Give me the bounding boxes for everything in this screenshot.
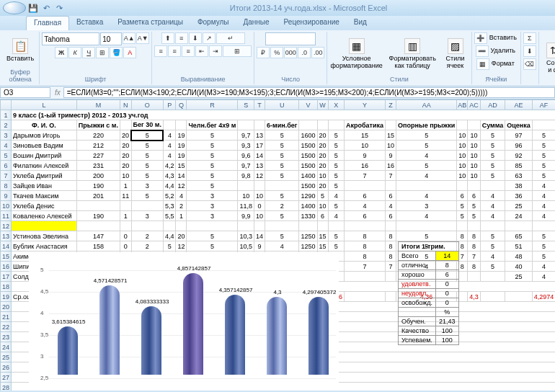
cell[interactable] [386, 221, 396, 231]
cell[interactable]: 7 [345, 171, 386, 181]
cell[interactable]: 10 [468, 141, 481, 151]
cell[interactable]: 10 [386, 141, 396, 151]
cell[interactable]: 4 [480, 211, 505, 221]
cell[interactable] [505, 221, 532, 231]
cell[interactable]: 5 [328, 161, 345, 171]
cell[interactable] [345, 181, 386, 191]
cell[interactable]: 7 [345, 262, 386, 272]
cell[interactable]: 9,3 [238, 141, 254, 151]
align-right[interactable]: ≡ [182, 45, 195, 57]
cell[interactable] [265, 221, 299, 231]
cell[interactable]: 4 [480, 191, 505, 201]
cell[interactable]: 227 [76, 151, 120, 161]
cell[interactable]: 4 [163, 130, 176, 141]
cell[interactable]: 10 [238, 191, 254, 201]
cell[interactable] [345, 221, 386, 231]
cell[interactable]: 1 [120, 211, 132, 221]
cell[interactable]: 5 [187, 181, 238, 191]
cell[interactable]: 8 [345, 231, 386, 241]
cell[interactable]: 20 [317, 141, 328, 151]
cell[interactable]: 4 [532, 211, 555, 221]
cell[interactable]: 5 [328, 130, 345, 141]
cell[interactable]: 4 [386, 201, 396, 211]
cell[interactable]: 10,5 [238, 241, 254, 251]
cell[interactable]: 5 [532, 151, 555, 161]
cell[interactable]: 1 [176, 211, 187, 221]
tab-insert[interactable]: Вставка [69, 16, 110, 30]
cell[interactable]: 8 [386, 251, 396, 262]
cell[interactable]: 5 [265, 171, 299, 181]
student-name[interactable]: Дарымов Игорь [12, 130, 77, 141]
cell[interactable]: 4,4 [163, 231, 176, 241]
cell[interactable]: 14 [254, 231, 265, 241]
cell[interactable]: 200 [76, 171, 120, 181]
border-button[interactable]: ⊞ [96, 47, 109, 58]
tab-view[interactable]: Вид [347, 16, 374, 30]
cell[interactable]: 9,6 [238, 151, 254, 161]
cell[interactable]: 2 [131, 241, 163, 251]
cell[interactable]: 1250 [299, 241, 317, 251]
cell[interactable]: 36 [505, 191, 532, 201]
cell[interactable]: 5 [480, 151, 505, 161]
underline-button[interactable]: Ч [82, 47, 95, 58]
cell[interactable]: 5 [317, 191, 328, 201]
cell[interactable]: 8 [468, 262, 481, 272]
cell[interactable] [131, 201, 163, 211]
cell[interactable]: 4 [532, 272, 555, 282]
cell[interactable]: 8 [468, 231, 481, 241]
cell[interactable]: 8 [345, 251, 386, 262]
cell[interactable]: 1500 [299, 141, 317, 151]
cell[interactable]: 4 [396, 151, 457, 161]
cell[interactable]: 63 [505, 171, 532, 181]
bold-button[interactable]: Ж [55, 47, 68, 58]
cell[interactable]: 96 [505, 141, 532, 151]
cell[interactable]: 10 [457, 151, 468, 161]
cell[interactable]: 8 [386, 231, 396, 241]
cell[interactable]: 19 [176, 130, 187, 141]
cell[interactable]: 4 [328, 211, 345, 221]
cell[interactable]: 9 [386, 151, 396, 161]
cell[interactable]: 4,2 [163, 161, 176, 171]
cell[interactable]: 1400 [299, 171, 317, 181]
chart-bar[interactable] [99, 285, 120, 375]
cell[interactable]: 4 [396, 171, 457, 181]
number-format[interactable] [265, 32, 316, 45]
fx-icon[interactable]: fx [52, 89, 63, 97]
cell[interactable] [386, 181, 396, 191]
cell[interactable]: 5,2 [163, 191, 176, 201]
cell[interactable]: 65 [505, 231, 532, 241]
delete-button[interactable]: ➖ [476, 45, 489, 57]
cell[interactable] [238, 221, 254, 231]
office-button[interactable] [3, 1, 26, 14]
cell[interactable]: 1250 [299, 231, 317, 241]
undo-icon[interactable]: ↶ [40, 2, 52, 14]
cell[interactable]: 5 [480, 241, 505, 251]
cell[interactable]: 92 [505, 151, 532, 161]
cell[interactable]: 10 [457, 161, 468, 171]
currency-button[interactable]: ₽ [257, 47, 270, 58]
cell[interactable]: 5 [265, 161, 299, 171]
cell[interactable] [254, 221, 265, 231]
cell[interactable] [396, 221, 457, 231]
cell[interactable]: 48 [505, 251, 532, 262]
cell[interactable]: 85 [505, 161, 532, 171]
cell[interactable]: 10 [120, 171, 132, 181]
cell[interactable]: 38 [505, 181, 532, 191]
cell[interactable]: 10 [457, 141, 468, 151]
align-mid[interactable]: ≡ [175, 32, 188, 44]
cell[interactable]: 9,7 [238, 161, 254, 171]
cell[interactable]: 8 [345, 241, 386, 251]
cell[interactable]: 1600 [299, 130, 317, 141]
cell[interactable]: 5 [187, 161, 238, 171]
cell[interactable]: 15 [317, 241, 328, 251]
cell[interactable] [386, 272, 396, 282]
italic-button[interactable]: К [68, 47, 81, 58]
cell[interactable]: 5 [187, 171, 238, 181]
cell[interactable]: 4,3 [163, 171, 176, 181]
font-select[interactable] [42, 32, 99, 45]
cell[interactable]: 5 [532, 161, 555, 171]
tab-home[interactable]: Главная [26, 16, 69, 30]
cell[interactable]: 231 [76, 161, 120, 171]
cell[interactable]: 14 [176, 171, 187, 181]
cell[interactable]: 15 [386, 130, 396, 141]
